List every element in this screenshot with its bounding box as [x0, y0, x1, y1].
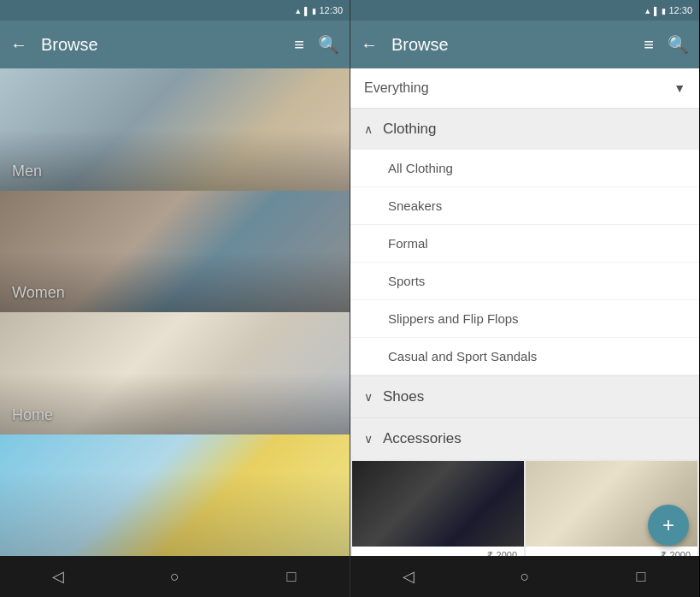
nav-recent-left[interactable]: □	[271, 556, 312, 597]
clothing-section-label: Clothing	[383, 121, 436, 138]
search-icon-left[interactable]: 🔍	[318, 34, 339, 55]
clothing-section-header[interactable]: ∧ Clothing	[350, 109, 699, 150]
nav-home-left[interactable]: ○	[154, 556, 195, 597]
back-button-left[interactable]: ←	[10, 35, 27, 55]
app-title-right: Browse	[391, 35, 644, 55]
accessories-section-header[interactable]: ∨ Accessories	[350, 417, 699, 459]
sub-item-formal[interactable]: Formal	[350, 225, 699, 263]
sub-item-sneakers[interactable]: Sneakers	[350, 187, 699, 225]
filter-icon-left[interactable]: ≡	[294, 34, 304, 55]
filter-icon-right[interactable]: ≡	[644, 34, 654, 55]
shoes-section-header[interactable]: ∨ Shoes	[350, 375, 699, 417]
right-screen: 12:30 ← Browse ≡ 🔍 Everything ▼ ∧ Clo	[350, 0, 699, 597]
nav-home-right[interactable]: ○	[504, 556, 545, 597]
shoes-section-label: Shoes	[383, 388, 424, 405]
app-bar-right: ← Browse ≡ 🔍	[350, 21, 699, 68]
signal-icon	[304, 6, 309, 15]
wifi-icon-right	[644, 6, 651, 15]
left-screen: 12:30 ← Browse ≡ 🔍 Men Women Home	[0, 0, 350, 597]
category-men[interactable]: Men	[0, 68, 350, 191]
category-dropdown[interactable]: Everything ▼	[350, 68, 699, 109]
app-title-left: Browse	[41, 35, 294, 55]
sub-item-sandals[interactable]: Casual and Sport Sandals	[350, 338, 699, 375]
battery-icon-right	[662, 6, 666, 15]
bottom-nav-left: ◁ ○ □	[0, 556, 350, 597]
nav-back-left[interactable]: ◁	[38, 556, 79, 597]
nav-recent-right[interactable]: □	[621, 556, 662, 597]
product-card-1[interactable]: ₹ 2000	[352, 461, 524, 556]
category-women-label: Women	[12, 284, 65, 302]
app-bar-icons-right: ≡ 🔍	[644, 34, 689, 55]
app-bar-icons-left: ≡ 🔍	[294, 34, 339, 55]
shoes-collapse-icon: ∨	[364, 390, 373, 404]
category-home[interactable]: Home	[0, 312, 350, 434]
status-bar-left: 12:30	[0, 0, 350, 21]
product-price-1: ₹ 2000	[352, 547, 524, 556]
category-summer[interactable]	[0, 434, 350, 557]
dropdown-arrow-icon: ▼	[674, 81, 685, 95]
category-women[interactable]: Women	[0, 191, 350, 313]
status-icons-right: 12:30	[644, 5, 692, 15]
sub-item-slippers[interactable]: Slippers and Flip Flops	[350, 300, 699, 338]
category-men-label: Men	[12, 163, 42, 180]
status-bar-right: 12:30	[350, 0, 699, 21]
sub-item-sports[interactable]: Sports	[350, 263, 699, 300]
category-list: Men Women Home	[0, 68, 350, 556]
signal-icon-right	[654, 6, 659, 15]
browse-content: Everything ▼ ∧ Clothing All Clothing Sne…	[350, 68, 699, 556]
clothing-expand-icon: ∧	[364, 122, 373, 136]
battery-icon	[312, 6, 316, 15]
time-left: 12:30	[319, 5, 343, 15]
wifi-icon	[294, 6, 302, 15]
clothing-sub-items: All Clothing Sneakers Formal Sports Slip…	[350, 150, 699, 375]
nav-back-right[interactable]: ◁	[388, 556, 429, 597]
category-home-label: Home	[12, 406, 53, 424]
sub-item-all-clothing[interactable]: All Clothing	[350, 150, 699, 187]
bottom-nav-right: ◁ ○ □	[350, 556, 699, 597]
time-right: 12:30	[668, 5, 692, 15]
product-price-2: ₹ 2000	[526, 547, 697, 556]
back-button-right[interactable]: ←	[361, 35, 378, 55]
clothing-section: ∧ Clothing All Clothing Sneakers Formal …	[350, 109, 699, 375]
app-bar-left: ← Browse ≡ 🔍	[0, 21, 350, 68]
product-image-1	[352, 461, 524, 547]
status-icons-left: 12:30	[294, 5, 343, 15]
accessories-collapse-icon: ∨	[364, 432, 373, 446]
dropdown-label: Everything	[364, 80, 674, 96]
fab-button[interactable]: +	[648, 505, 689, 546]
search-icon-right[interactable]: 🔍	[668, 34, 689, 55]
product-grid: ₹ 2000 ₹ 2000	[350, 459, 699, 556]
accessories-section-label: Accessories	[383, 430, 462, 447]
